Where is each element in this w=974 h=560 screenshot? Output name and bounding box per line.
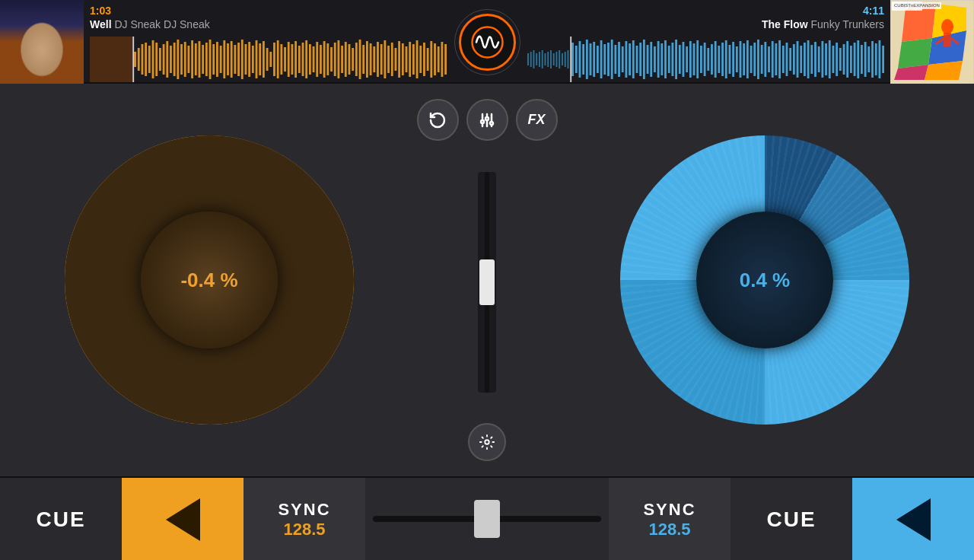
svg-rect-46 — [291, 44, 294, 75]
settings-button[interactable] — [468, 423, 506, 461]
svg-rect-120 — [614, 45, 616, 74]
svg-rect-179 — [825, 43, 827, 75]
crossfader-thumb[interactable] — [474, 500, 500, 538]
left-track-info: 1:03 Well DJ Sneak DJ Sneak — [84, 0, 453, 82]
svg-rect-157 — [746, 40, 749, 78]
svg-rect-64 — [355, 43, 358, 76]
svg-rect-4 — [142, 44, 144, 75]
left-track-artist-name: DJ Sneak — [164, 18, 210, 30]
svg-rect-33 — [245, 44, 247, 75]
svg-rect-99 — [545, 53, 546, 65]
svg-rect-110 — [579, 41, 581, 78]
svg-rect-171 — [797, 41, 799, 78]
right-sync-block[interactable]: SYNC 128.5 — [609, 478, 730, 560]
svg-rect-105 — [562, 53, 563, 65]
album-art-svg: CUBIST EXPANSION — [890, 0, 974, 84]
svg-rect-139 — [683, 42, 685, 77]
svg-rect-95 — [533, 50, 535, 68]
svg-rect-40 — [269, 52, 272, 67]
svg-rect-97 — [539, 52, 540, 67]
svg-rect-32 — [241, 40, 244, 79]
left-deck[interactable]: -0.4 % — [0, 84, 419, 476]
svg-rect-72 — [384, 40, 386, 78]
svg-rect-71 — [380, 44, 383, 75]
left-turntable[interactable]: -0.4 % — [65, 135, 354, 425]
fx-button[interactable]: FX — [516, 99, 558, 141]
svg-rect-29 — [231, 41, 233, 78]
vertical-fader-track[interactable] — [478, 172, 496, 393]
sync-reset-button[interactable] — [417, 99, 459, 141]
svg-rect-193 — [875, 43, 877, 75]
logo-circle — [459, 14, 516, 71]
left-play-button[interactable] — [122, 478, 244, 560]
right-play-button[interactable] — [852, 478, 974, 560]
right-track-title-row: The Flow Funky Trunkers — [527, 18, 884, 30]
mixer-button[interactable] — [466, 99, 508, 141]
svg-rect-173 — [804, 43, 806, 76]
settings-icon — [479, 434, 495, 450]
left-track-art[interactable] — [0, 0, 84, 84]
svg-rect-74 — [391, 43, 393, 76]
left-bpm: 128.5 — [283, 520, 325, 539]
svg-point-213 — [481, 120, 484, 123]
left-waveform[interactable] — [90, 37, 447, 82]
svg-rect-18 — [191, 40, 193, 78]
svg-rect-50 — [305, 40, 307, 78]
left-turntable-center: -0.4 % — [141, 212, 278, 348]
svg-rect-53 — [316, 42, 318, 77]
svg-rect-81 — [416, 40, 419, 78]
svg-rect-104 — [559, 50, 560, 68]
right-track-time: 4:11 — [527, 5, 884, 17]
svg-rect-205 — [892, 2, 922, 11]
svg-rect-167 — [782, 46, 785, 73]
right-track-title: The Flow — [762, 18, 808, 30]
svg-rect-68 — [370, 43, 372, 75]
svg-rect-113 — [590, 43, 592, 75]
svg-rect-178 — [821, 41, 823, 78]
svg-rect-183 — [839, 48, 842, 71]
svg-rect-98 — [542, 50, 543, 68]
svg-rect-30 — [234, 45, 236, 74]
right-pitch-display: 0.4 % — [740, 269, 791, 292]
svg-rect-45 — [288, 42, 290, 77]
right-turntable[interactable]: 0.4 % — [620, 135, 909, 425]
reset-icon — [428, 111, 447, 129]
svg-rect-115 — [597, 46, 599, 73]
right-track-art[interactable]: CUBIST EXPANSION — [890, 0, 974, 84]
svg-rect-148 — [715, 41, 717, 78]
svg-rect-41 — [273, 43, 275, 76]
left-cue-button[interactable]: CUE — [0, 478, 122, 560]
svg-rect-166 — [778, 40, 781, 78]
svg-rect-155 — [740, 41, 742, 78]
svg-rect-116 — [600, 40, 603, 78]
svg-rect-27 — [223, 40, 225, 78]
svg-rect-75 — [395, 48, 397, 71]
left-sync-block[interactable]: SYNC 128.5 — [244, 478, 365, 560]
svg-rect-42 — [277, 40, 279, 78]
svg-text:CUBIST EXPANSION: CUBIST EXPANSION — [893, 5, 931, 9]
svg-rect-70 — [377, 42, 379, 77]
crossfader-track[interactable] — [373, 516, 601, 522]
svg-rect-140 — [686, 46, 688, 72]
svg-rect-150 — [721, 43, 724, 76]
svg-rect-117 — [603, 44, 606, 75]
svg-rect-128 — [643, 40, 645, 79]
right-cue-button[interactable]: CUE — [730, 478, 852, 560]
svg-rect-54 — [320, 45, 322, 74]
svg-rect-129 — [647, 45, 649, 74]
svg-rect-25 — [216, 42, 218, 77]
svg-rect-96 — [536, 53, 537, 65]
header: 1:03 Well DJ Sneak DJ Sneak — [0, 0, 974, 84]
right-waveform[interactable] — [527, 37, 884, 82]
right-deck[interactable]: 0.4 % — [555, 84, 974, 476]
svg-rect-189 — [861, 45, 863, 74]
svg-rect-132 — [657, 41, 660, 78]
svg-rect-118 — [607, 43, 610, 76]
svg-rect-154 — [736, 46, 738, 72]
album-art-image: CUBIST EXPANSION — [890, 0, 974, 84]
svg-rect-165 — [775, 43, 777, 75]
svg-rect-11 — [166, 41, 168, 78]
svg-rect-188 — [857, 40, 859, 78]
vertical-fader-thumb[interactable] — [479, 259, 495, 305]
svg-rect-44 — [284, 47, 286, 72]
